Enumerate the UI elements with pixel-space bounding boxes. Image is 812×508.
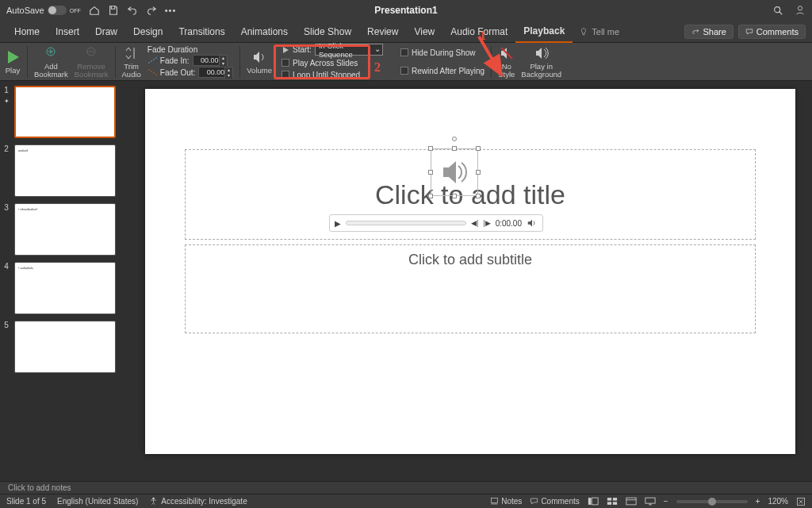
fade-in-icon	[147, 56, 157, 64]
tab-review[interactable]: Review	[359, 21, 406, 43]
play-in-background-button[interactable]: Play in Background	[521, 44, 561, 79]
fade-out-icon	[147, 68, 157, 76]
speaker-icon	[431, 149, 477, 195]
fade-out-input[interactable]: 00.00	[198, 67, 233, 78]
no-style-icon	[499, 45, 515, 61]
tab-design[interactable]: Design	[125, 21, 170, 43]
svg-rect-13	[626, 498, 636, 505]
remove-bookmark-button: Remove Bookmark	[75, 44, 109, 79]
slide-thumbnails-panel[interactable]: 1✦ 2asdasf 3• sfassfasfasf 4• asfsafafa …	[0, 81, 128, 481]
svg-rect-7	[588, 498, 592, 505]
fit-to-window-button[interactable]	[796, 497, 806, 506]
start-icon	[282, 46, 289, 54]
thumbnail-3[interactable]: • sfassfasfasf	[14, 203, 116, 256]
player-volume-icon[interactable]	[527, 217, 538, 229]
svg-point-0	[775, 7, 780, 13]
autosave-label: AutoSave	[6, 6, 44, 15]
more-icon[interactable]: •••	[165, 6, 177, 15]
player-skip-back-icon[interactable]: ◀|	[471, 219, 478, 227]
sorter-view-button[interactable]	[607, 497, 618, 506]
svg-rect-11	[607, 502, 611, 505]
volume-icon	[251, 49, 267, 65]
fade-out-label: Fade Out:	[160, 68, 195, 77]
thumbnail-1[interactable]	[14, 86, 116, 138]
tab-insert[interactable]: Insert	[48, 21, 87, 43]
reading-view-button[interactable]	[626, 497, 637, 506]
tab-draw[interactable]: Draw	[87, 21, 125, 43]
comments-toggle[interactable]: Comments	[530, 497, 579, 506]
save-icon[interactable]	[108, 5, 119, 16]
tab-home[interactable]: Home	[6, 21, 48, 43]
rewind-after-playing-checkbox[interactable]: Rewind After Playing	[400, 66, 485, 76]
play-bg-label: Play in Background	[521, 63, 561, 78]
svg-rect-8	[592, 498, 598, 505]
fade-in-input[interactable]: 00.00	[193, 55, 228, 66]
zoom-slider[interactable]	[676, 500, 748, 503]
svg-rect-12	[613, 502, 617, 505]
ribbon-tabs: Home Insert Draw Design Transitions Anim…	[0, 21, 812, 43]
autosave-toggle[interactable]: AutoSave OFF	[6, 6, 81, 15]
play-label: Play	[6, 67, 20, 75]
play-button[interactable]: Play	[5, 44, 21, 79]
subtitle-placeholder[interactable]: Click to add subtitle	[185, 244, 756, 333]
annotation-1: 1	[480, 29, 486, 43]
tab-animations[interactable]: Animations	[233, 21, 296, 43]
volume-button[interactable]: Volume	[247, 44, 272, 79]
slide-counter[interactable]: Slide 1 of 5	[6, 497, 46, 506]
tab-slideshow[interactable]: Slide Show	[296, 21, 359, 43]
no-style-button[interactable]: No Style	[498, 44, 515, 79]
thumbnail-2[interactable]: asdasf	[14, 144, 116, 197]
add-bookmark-button[interactable]: Add Bookmark	[34, 44, 68, 79]
fade-in-label: Fade In:	[160, 56, 190, 65]
zoom-level[interactable]: 120%	[768, 497, 788, 506]
svg-point-5	[152, 498, 155, 500]
remove-bookmark-label: Remove Bookmark	[75, 63, 109, 78]
slide[interactable]: Click to add title Click to add subtitle…	[145, 89, 795, 454]
slide-canvas-area[interactable]: Click to add title Click to add subtitle…	[128, 81, 812, 481]
tell-me[interactable]: Tell me	[579, 27, 619, 37]
undo-icon[interactable]	[127, 5, 138, 16]
zoom-in-button[interactable]: +	[756, 497, 760, 506]
home-icon[interactable]	[89, 5, 100, 16]
notes-icon	[490, 497, 499, 506]
svg-rect-14	[645, 498, 655, 503]
play-across-slides-checkbox[interactable]: Play Across Slides	[282, 58, 383, 68]
player-play-icon[interactable]: ▶	[335, 219, 341, 228]
bulb-icon	[579, 27, 588, 37]
tab-playback[interactable]: Playback	[515, 21, 573, 43]
player-seek[interactable]	[346, 221, 466, 225]
loop-until-stopped-checkbox[interactable]: Loop Until Stopped	[282, 70, 383, 80]
share-label: Share	[703, 27, 726, 37]
audio-object[interactable]	[431, 148, 478, 196]
search-icon[interactable]	[772, 5, 783, 16]
zoom-out-button[interactable]: −	[664, 497, 668, 506]
account-icon[interactable]	[795, 5, 806, 16]
audio-options-group: Start: In Click Sequence Play Across Sli…	[282, 44, 383, 80]
audio-player-bar[interactable]: ▶ ◀| |▶ 0:00.00	[329, 214, 543, 232]
share-button[interactable]: Share	[684, 25, 733, 39]
accessibility-status[interactable]: Accessibility: Investigate	[149, 497, 247, 506]
toggle-switch[interactable]	[48, 6, 67, 15]
play-icon	[5, 49, 21, 65]
comments-button[interactable]: Comments	[738, 25, 806, 39]
slideshow-button[interactable]	[645, 497, 656, 506]
no-style-label: No Style	[498, 63, 515, 78]
thumbnail-5[interactable]	[14, 321, 116, 373]
add-bookmark-label: Add Bookmark	[34, 63, 68, 78]
normal-view-button[interactable]	[588, 497, 599, 506]
notes-toggle[interactable]: Notes	[490, 497, 522, 506]
redo-icon[interactable]	[146, 5, 157, 16]
start-dropdown[interactable]: In Click Sequence	[315, 44, 383, 56]
audio-options-group-2: Hide During Show Rewind After Playing	[400, 48, 485, 76]
play-bg-icon	[534, 45, 550, 61]
hide-during-show-checkbox[interactable]: Hide During Show	[400, 48, 485, 58]
ribbon: Play Add Bookmark Remove Bookmark Trim A…	[0, 43, 812, 81]
document-title: Presentation1	[374, 5, 437, 16]
tab-transitions[interactable]: Transitions	[170, 21, 232, 43]
language-indicator[interactable]: English (United States)	[57, 497, 138, 506]
trim-audio-button[interactable]: Trim Audio	[122, 44, 141, 79]
tab-view[interactable]: View	[406, 21, 442, 43]
thumbnail-4[interactable]: • asfsafafa	[14, 262, 116, 314]
notes-pane[interactable]: Click to add notes	[0, 481, 812, 494]
player-skip-fwd-icon[interactable]: |▶	[483, 219, 490, 227]
